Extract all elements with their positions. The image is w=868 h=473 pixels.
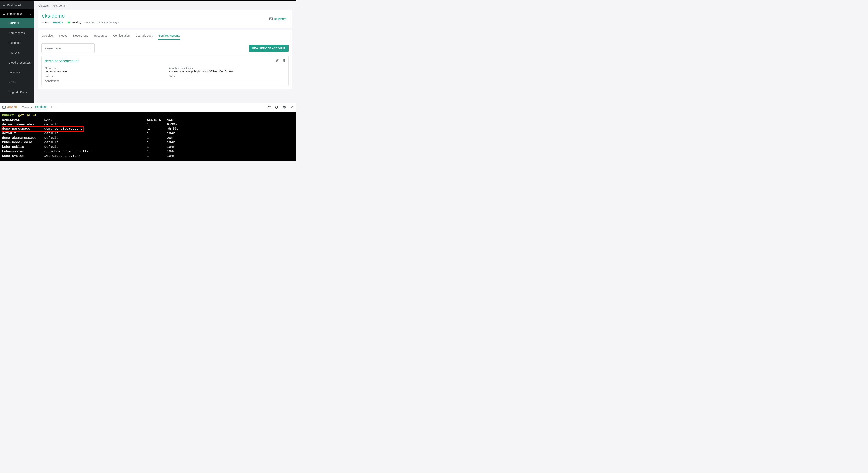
last-check-text: Last Check in a few seconds ago xyxy=(84,21,119,24)
settings-icon[interactable] xyxy=(282,105,286,109)
cluster-title: eks-demo xyxy=(42,13,288,19)
sidebar-item-namespaces[interactable]: Namespaces xyxy=(0,28,34,38)
cluster-dropdown-icon[interactable]: ▾ xyxy=(56,106,57,109)
kubectl-brand-label: kubectl xyxy=(7,106,17,109)
sidebar-item-dashboard[interactable]: Dashboard xyxy=(0,1,34,9)
service-account-card: demo-serviceaccount Namespace demo-names… xyxy=(41,56,289,86)
clusters-label: Clusters: xyxy=(22,106,33,109)
tab-label: Upgrade Jobs xyxy=(135,34,153,37)
sidebar-item-label: Cloud Credentials xyxy=(9,61,31,64)
sidebar-item-clusters[interactable]: Clusters xyxy=(0,18,34,28)
add-cluster-icon[interactable]: + xyxy=(51,106,53,109)
sidebar-item-label: Locations xyxy=(9,71,21,74)
new-service-account-button[interactable]: NEW SERVICE ACCOUNT xyxy=(249,45,289,52)
sa-namespace-value: demo-namespace xyxy=(45,70,161,73)
tab-upgrade-jobs[interactable]: Upgrade Jobs xyxy=(135,33,153,40)
sa-annotations-label: Annotations xyxy=(45,79,161,83)
tab-configuration[interactable]: Configuration xyxy=(113,33,130,40)
sa-arn-label: Attach Policy ARNs xyxy=(169,67,285,70)
breadcrumb: Clusters › eks-demo xyxy=(34,1,296,8)
sidebar-item-blueprints[interactable]: Blueprints xyxy=(0,38,34,48)
sidebar-item-label: Upgrade Plans xyxy=(9,91,27,94)
service-account-actions xyxy=(275,58,286,63)
detail-card: Overview Nodes Node Group Resources Conf… xyxy=(38,30,292,89)
sidebar-item-label: Dashboard xyxy=(7,4,21,7)
tab-resources[interactable]: Resources xyxy=(94,33,108,40)
tab-label: Node Group xyxy=(73,34,88,37)
kubectl-button-label: KUBECTL xyxy=(274,18,287,20)
tabs: Overview Nodes Node Group Resources Conf… xyxy=(38,30,292,40)
filter-row: Namespaces ▾ NEW SERVICE ACCOUNT xyxy=(38,40,292,56)
health-dot-icon xyxy=(68,22,70,24)
tab-service-accounts[interactable]: Service Accounts xyxy=(158,33,180,40)
kubectl-brand: kubectl xyxy=(2,106,17,109)
terminal-icon xyxy=(2,106,5,109)
sidebar-item-cloud-credentials[interactable]: Cloud Credentials xyxy=(0,58,34,67)
sidebar-item-label: Blueprints xyxy=(9,41,21,45)
tab-label: Service Accounts xyxy=(159,34,180,37)
health-text: Healthy xyxy=(72,21,81,24)
terminal-icon xyxy=(269,18,273,20)
sidebar-item-locations[interactable]: Locations xyxy=(0,67,34,77)
sidebar-item-psps[interactable]: PSPs xyxy=(0,77,34,87)
kubectl-bar: kubectl Clusters: eks-demo + ▾ xyxy=(0,102,296,112)
main-content: Clusters › eks-demo eks-demo Status: REA… xyxy=(34,1,296,102)
cluster-tab[interactable]: eks-demo xyxy=(35,105,47,109)
service-account-details: Namespace demo-namespace Labels Annotati… xyxy=(45,65,285,83)
namespaces-select-label: Namespaces xyxy=(44,47,62,50)
terminal-output[interactable]: kubectl get sa -ANAMESPACE NAME SECRETS … xyxy=(0,112,296,161)
tab-nodes[interactable]: Nodes xyxy=(59,33,67,40)
sidebar-item-infrastructure[interactable]: Infrastructure ⌄ xyxy=(0,9,34,18)
tab-label: Resources xyxy=(94,34,107,37)
sidebar-item-label: Add-Ons xyxy=(9,51,20,54)
service-account-title[interactable]: demo-serviceaccount xyxy=(45,59,285,63)
sidebar-item-label: PSPs xyxy=(9,81,16,84)
status-label: Status: xyxy=(42,21,51,24)
breadcrumb-root[interactable]: Clusters xyxy=(38,4,49,7)
tab-label: Configuration xyxy=(113,34,130,37)
kubectl-button[interactable]: KUBECTL xyxy=(268,16,289,22)
namespaces-select[interactable]: Namespaces ▾ xyxy=(41,43,95,53)
sa-namespace-label: Namespace xyxy=(45,67,161,70)
caret-down-icon: ▾ xyxy=(90,47,92,50)
tab-overview[interactable]: Overview xyxy=(41,33,54,40)
status-value: READY xyxy=(53,21,63,24)
sa-arn-value: arn:aws:iam::aws:policy/AmazonS3ReadOnly… xyxy=(169,70,285,73)
delete-icon[interactable] xyxy=(282,58,286,63)
sidebar-item-label: Infrastructure xyxy=(7,12,23,16)
refresh-icon[interactable] xyxy=(275,105,279,109)
tab-node-group[interactable]: Node Group xyxy=(73,33,89,40)
sidebar-item-upgrade-plans[interactable]: Upgrade Plans xyxy=(0,87,34,97)
close-icon[interactable] xyxy=(289,105,293,109)
cluster-header-card: eks-demo Status: READY Healthy Last Chec… xyxy=(38,10,292,28)
infrastructure-icon xyxy=(3,12,5,15)
sa-tags-label: Tags xyxy=(169,75,285,78)
sa-labels-label: Labels xyxy=(45,75,161,78)
open-new-icon[interactable] xyxy=(267,105,271,109)
sidebar-item-addons[interactable]: Add-Ons xyxy=(0,48,34,58)
edit-icon[interactable] xyxy=(275,58,279,63)
breadcrumb-separator: › xyxy=(51,4,52,7)
sidebar-item-label: Namespaces xyxy=(9,31,25,34)
terminal-tools xyxy=(267,105,293,109)
breadcrumb-current: eks-demo xyxy=(54,4,65,7)
sidebar: Dashboard Infrastructure ⌄ Clusters Name… xyxy=(0,1,34,102)
status-row: Status: READY Healthy Last Check in a fe… xyxy=(42,21,288,24)
tab-label: Nodes xyxy=(59,34,67,37)
sidebar-item-label: Clusters xyxy=(9,22,19,25)
chevron-down-icon: ⌄ xyxy=(29,12,31,16)
dashboard-icon xyxy=(3,4,5,6)
tab-label: Overview xyxy=(42,34,53,37)
